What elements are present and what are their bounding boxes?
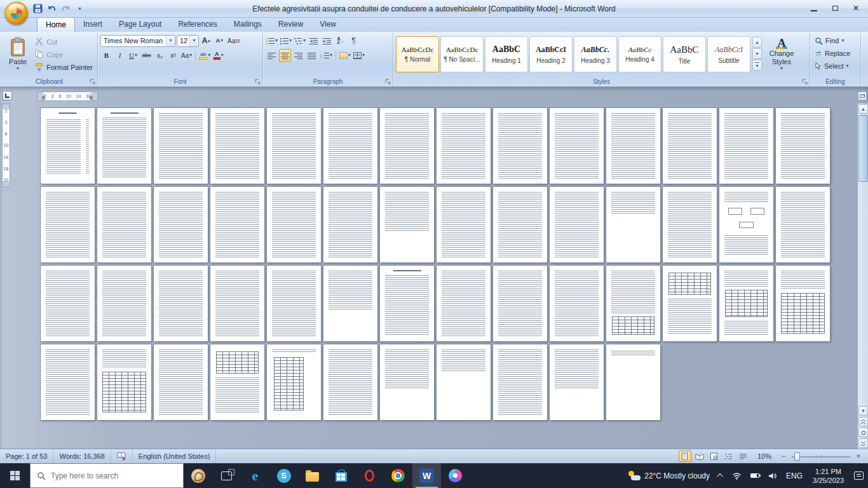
paste-button[interactable]: Paste ▾ xyxy=(4,34,32,75)
maximize-button[interactable] xyxy=(825,2,844,15)
change-case-button[interactable]: Aa▾ xyxy=(180,49,193,62)
page-thumbnail[interactable] xyxy=(550,108,604,184)
web-layout-view-button[interactable] xyxy=(708,451,721,462)
outline-view-button[interactable] xyxy=(722,451,735,462)
page-thumbnail[interactable] xyxy=(41,266,95,341)
align-left-button[interactable] xyxy=(266,49,278,62)
page-thumbnail[interactable] xyxy=(606,187,660,262)
customize-qat-button[interactable]: ▾ xyxy=(74,3,86,15)
page-thumbnail[interactable] xyxy=(267,344,321,420)
tab-insert[interactable]: Insert xyxy=(75,17,111,32)
page-thumbnail[interactable] xyxy=(663,187,717,262)
superscript-button[interactable]: x² xyxy=(167,49,179,62)
numbering-button[interactable]: ▾ xyxy=(280,34,292,47)
page-thumbnail[interactable] xyxy=(606,108,660,184)
tab-references[interactable]: References xyxy=(170,17,225,32)
tab-review[interactable]: Review xyxy=(270,17,311,32)
page-thumbnail[interactable] xyxy=(323,187,377,262)
bullets-button[interactable]: ▾ xyxy=(266,34,278,47)
print-layout-view-button[interactable] xyxy=(679,451,691,462)
decrease-indent-button[interactable]: ◄ xyxy=(308,34,320,47)
paint-icon[interactable] xyxy=(441,463,470,488)
select-browse-object-button[interactable] xyxy=(858,428,868,437)
volume-tray-icon[interactable] xyxy=(764,463,782,488)
shading-button[interactable]: ▾ xyxy=(339,49,351,62)
office-button[interactable] xyxy=(5,2,28,25)
page-thumbnail[interactable] xyxy=(210,187,264,262)
proofing-status[interactable] xyxy=(111,449,133,463)
text-highlight-button[interactable]: ab▾ xyxy=(198,49,211,62)
font-family-dropdown[interactable]: ▾ xyxy=(166,36,175,46)
scroll-down-button[interactable]: ▼ xyxy=(858,406,868,416)
font-family-combo[interactable]: Times New Roman▾ xyxy=(100,35,175,47)
page-thumbnail[interactable] xyxy=(323,344,377,420)
subscript-button[interactable]: x₂ xyxy=(154,49,166,62)
find-button[interactable]: Find▾ xyxy=(813,34,858,47)
page-thumbnail[interactable] xyxy=(776,108,830,184)
zoom-out-button[interactable]: − xyxy=(779,452,788,461)
page-thumbnail[interactable] xyxy=(493,344,547,420)
chrome-icon[interactable] xyxy=(384,463,412,488)
show-paragraph-marks-button[interactable] xyxy=(348,34,360,47)
scroll-up-button[interactable]: ▲ xyxy=(858,104,868,114)
page-thumbnail[interactable] xyxy=(606,344,660,420)
page-thumbnail[interactable] xyxy=(154,266,208,341)
save-button[interactable] xyxy=(32,3,44,15)
page-thumbnail[interactable] xyxy=(719,108,773,184)
draft-view-button[interactable] xyxy=(737,451,750,462)
zoom-slider-handle[interactable] xyxy=(794,452,800,461)
styles-more-button[interactable]: ▼ xyxy=(752,60,762,71)
font-color-button[interactable]: A▾ xyxy=(212,49,224,62)
page-count-indicator[interactable]: Page: 1 of 53 xyxy=(0,449,53,463)
page-thumbnail[interactable] xyxy=(41,344,95,420)
page-thumbnail[interactable] xyxy=(437,187,491,262)
taskbar-search-box[interactable] xyxy=(30,463,184,488)
page-thumbnail[interactable] xyxy=(154,108,208,184)
file-explorer-icon[interactable] xyxy=(298,463,327,488)
page-thumbnail[interactable] xyxy=(154,187,208,262)
page-thumbnail[interactable] xyxy=(380,266,434,341)
input-language-indicator[interactable]: ENG xyxy=(782,463,807,488)
justify-button[interactable] xyxy=(306,49,318,62)
page-thumbnail[interactable] xyxy=(776,266,830,341)
page-thumbnail[interactable] xyxy=(97,108,151,184)
clipboard-dialog-launcher[interactable] xyxy=(88,78,96,85)
close-button[interactable]: × xyxy=(846,2,865,15)
zoom-level-indicator[interactable]: 10% xyxy=(752,452,777,460)
style-heading-1[interactable]: AaBbCHeading 1 xyxy=(485,36,528,72)
page-thumbnail[interactable] xyxy=(493,266,547,341)
style-subtitle[interactable]: AaBbCcISubtitle xyxy=(707,36,750,72)
page-thumbnail[interactable] xyxy=(719,266,773,341)
grow-font-button[interactable]: A▾ xyxy=(200,34,212,47)
page-thumbnail[interactable] xyxy=(719,187,773,262)
minimize-button[interactable] xyxy=(804,2,824,15)
skype-icon[interactable] xyxy=(269,463,298,488)
replace-button[interactable]: Replace xyxy=(813,47,858,60)
style-heading-2[interactable]: AaBbCcIHeading 2 xyxy=(529,36,573,72)
page-thumbnail[interactable] xyxy=(550,187,604,262)
page-thumbnail[interactable] xyxy=(97,344,151,420)
tab-mailings[interactable]: Mailings xyxy=(226,17,270,32)
left-indent-marker[interactable] xyxy=(42,93,45,100)
style-title[interactable]: AaBbCTitle xyxy=(663,36,706,72)
page-thumbnail[interactable] xyxy=(380,344,434,420)
cut-button[interactable]: Cut xyxy=(33,36,95,47)
style-heading-3[interactable]: AaBbCc.Heading 3 xyxy=(574,36,617,72)
next-page-button[interactable] xyxy=(858,438,868,448)
shrink-font-button[interactable]: A▾ xyxy=(214,34,226,47)
undo-button[interactable] xyxy=(46,3,58,15)
select-button[interactable]: Select▾ xyxy=(813,60,858,72)
previous-page-button[interactable] xyxy=(858,417,868,426)
tab-home[interactable]: Home xyxy=(37,17,75,32)
page-thumbnail[interactable] xyxy=(663,108,717,184)
right-indent-marker[interactable] xyxy=(90,93,93,100)
page-thumbnail[interactable] xyxy=(550,344,604,420)
word-count-indicator[interactable]: Words: 16,368 xyxy=(53,449,111,463)
change-styles-button[interactable]: A Change Styles ▾ xyxy=(763,34,800,71)
tab-view[interactable]: View xyxy=(311,17,344,32)
strikethrough-button[interactable]: abc xyxy=(140,49,153,62)
zoom-slider[interactable] xyxy=(792,452,850,461)
page-thumbnail[interactable] xyxy=(550,266,604,341)
styles-scroll-down-button[interactable]: ▼ xyxy=(752,48,762,59)
weather-widget[interactable]: 22°C Mostly cloudy xyxy=(624,463,714,488)
